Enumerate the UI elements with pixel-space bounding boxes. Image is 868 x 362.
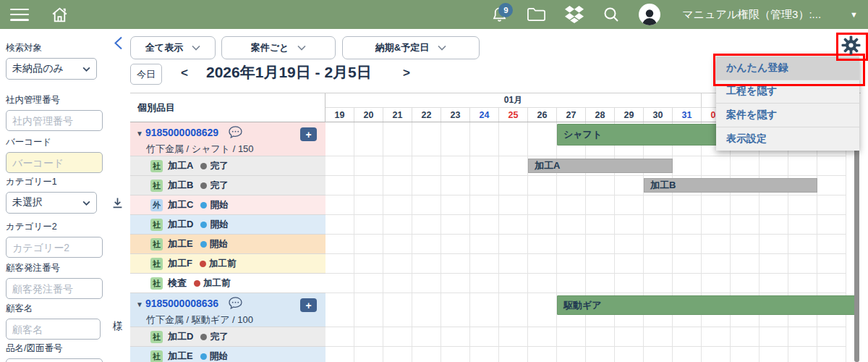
- chevron-down-icon: [82, 201, 90, 206]
- settings-dropdown-menu: かんたん登録 工程を隠す 案件を隠す 表示設定: [716, 56, 859, 151]
- select-value: 未選択: [12, 196, 43, 209]
- internal-number-input[interactable]: [6, 110, 103, 131]
- filter-group-by-dropdown[interactable]: 案件ごと: [221, 36, 336, 59]
- task-status: 開始: [210, 199, 228, 211]
- collapse-item-icon[interactable]: ▼: [136, 300, 143, 308]
- user-name-label[interactable]: マニュアル権限（管理3）:...: [682, 8, 821, 22]
- field-label: カテゴリー2: [6, 221, 103, 233]
- part-name-input[interactable]: [6, 358, 103, 362]
- task-name: 加工E: [168, 350, 193, 362]
- filter-date-type-dropdown[interactable]: 納期&予定日: [342, 36, 480, 59]
- task-row[interactable]: 社加工D開始: [130, 215, 326, 235]
- day-cell: 23: [441, 108, 470, 122]
- add-process-button[interactable]: +: [300, 298, 317, 312]
- task-name: 検査: [168, 277, 187, 290]
- dropbox-icon[interactable]: [565, 6, 584, 23]
- task-name: 加工A: [168, 159, 193, 172]
- search-icon[interactable]: [603, 6, 620, 23]
- menu-item-easy-register[interactable]: かんたん登録: [716, 56, 859, 80]
- inhouse-badge: 社: [150, 258, 163, 270]
- field-label: 品名/図面番号: [6, 342, 103, 355]
- menu-item-hide-process[interactable]: 工程を隠す: [716, 80, 859, 104]
- next-period-button[interactable]: >: [403, 66, 410, 80]
- filter-label: 案件ごと: [251, 41, 289, 54]
- top-navigation-bar: 9 マニュアル権限（管理3）:... ▼: [0, 0, 868, 29]
- gantt-bar-process[interactable]: 加工B: [644, 178, 817, 193]
- field-label: 検索対象: [6, 42, 97, 54]
- customer-order-number-input[interactable]: [6, 278, 103, 299]
- status-dot-started: [200, 241, 207, 248]
- prev-period-button[interactable]: <: [181, 66, 188, 80]
- gantt-bar-process[interactable]: 加工A: [528, 159, 673, 173]
- task-row[interactable]: 社加工E開始: [130, 347, 326, 362]
- menu-item-display-settings[interactable]: 表示設定: [716, 127, 859, 151]
- task-row[interactable]: 社加工E開始: [130, 235, 326, 254]
- task-row[interactable]: 社加工F加工前: [130, 254, 326, 274]
- item-id-link[interactable]: 9185000008636: [145, 298, 218, 309]
- day-cell: 21: [383, 108, 412, 122]
- category1-select[interactable]: 未選択: [6, 192, 97, 214]
- inhouse-badge: 社: [150, 160, 163, 172]
- task-row[interactable]: 社加工D完了: [130, 327, 326, 347]
- field-label: 顧客名: [6, 303, 101, 315]
- collapse-sidebar-icon[interactable]: [114, 36, 123, 53]
- today-button[interactable]: 今日: [130, 64, 162, 85]
- task-name: 加工B: [168, 179, 193, 192]
- barcode-input[interactable]: [6, 152, 103, 173]
- field-category1: カテゴリー1 未選択: [6, 176, 97, 214]
- filter-label: 全て表示: [145, 41, 183, 54]
- task-row[interactable]: 社検査加工前: [130, 274, 326, 293]
- menu-item-hide-project[interactable]: 案件を隠す: [716, 104, 859, 127]
- task-status: 加工前: [203, 277, 231, 290]
- month-cell: 01月: [326, 93, 702, 108]
- category2-input[interactable]: [6, 237, 103, 258]
- download-arrow-icon[interactable]: [112, 198, 123, 211]
- add-process-button[interactable]: +: [300, 127, 317, 141]
- inhouse-badge: 社: [150, 277, 163, 290]
- day-cell: 27: [557, 108, 586, 122]
- task-status: 開始: [210, 238, 228, 251]
- gantt-bar-item[interactable]: 駆動ギア: [557, 295, 856, 315]
- inhouse-badge: 社: [150, 350, 163, 362]
- field-label: カテゴリー1: [6, 176, 97, 188]
- inhouse-badge: 社: [150, 331, 163, 343]
- status-dot-started: [200, 222, 207, 228]
- search-target-select[interactable]: 未納品のみ: [6, 58, 97, 80]
- filter-display-all-dropdown[interactable]: 全て表示: [130, 36, 216, 59]
- home-icon[interactable]: [51, 6, 69, 24]
- item-subtitle: 竹下金属 / シャフト / 150: [146, 143, 326, 156]
- task-name: 加工D: [168, 218, 193, 231]
- task-status: 完了: [210, 160, 228, 172]
- chart-row: [326, 274, 846, 293]
- customer-name-input[interactable]: [6, 319, 101, 340]
- folder-icon[interactable]: [527, 7, 546, 22]
- settings-gear-icon[interactable]: [841, 35, 861, 58]
- day-cell-sunday: 25: [499, 108, 528, 122]
- item-id-link[interactable]: 9185000008629: [145, 127, 218, 138]
- day-cell-saturday: 31: [673, 108, 702, 122]
- task-row[interactable]: 社加工B完了: [130, 176, 326, 195]
- day-cell: 30: [644, 108, 673, 122]
- field-label: 顧客発注番号: [6, 262, 103, 274]
- day-cell: 20: [354, 108, 383, 122]
- status-dot-before: [194, 280, 200, 287]
- chart-row: [326, 254, 846, 274]
- comment-bubble-icon[interactable]: [229, 299, 242, 311]
- item-header-row: ▼9185000008629 竹下金属 / シャフト / 150 +: [130, 122, 326, 156]
- task-row[interactable]: 外加工C開始: [130, 195, 326, 215]
- chevron-down-icon: [438, 45, 446, 51]
- comment-bubble-icon[interactable]: [229, 128, 242, 140]
- user-menu-caret-icon[interactable]: ▼: [850, 10, 858, 19]
- collapse-item-icon[interactable]: ▼: [136, 130, 143, 138]
- item-column-header: 個別品目: [130, 93, 326, 122]
- chart-row: [326, 327, 846, 347]
- field-customer-name: 顧客名 様: [6, 303, 101, 340]
- menu-icon[interactable]: [10, 9, 29, 21]
- status-dot-done: [200, 182, 207, 189]
- notifications-bell-icon[interactable]: 9: [491, 6, 508, 23]
- chevron-down-icon: [82, 67, 90, 72]
- task-row[interactable]: 社加工A完了: [130, 156, 326, 176]
- status-dot-started: [200, 353, 207, 360]
- status-dot-before: [200, 261, 206, 267]
- user-avatar[interactable]: [639, 4, 660, 25]
